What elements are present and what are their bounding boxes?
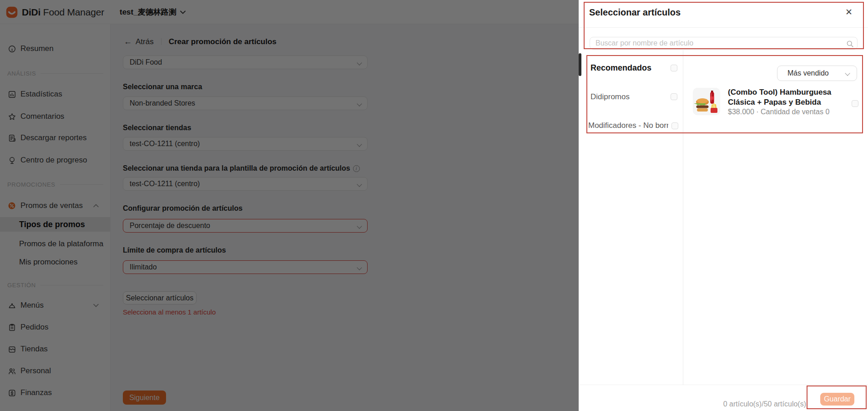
search-icon (846, 40, 854, 48)
item-meta: $38.000 · Cantidad de ventas 0 (728, 108, 829, 116)
category-items-divider (683, 50, 683, 385)
category-didipromos[interactable]: Didipromos (590, 92, 630, 101)
select-items-drawer: Seleccionar artículos ✕ Recomendados Did… (579, 0, 868, 411)
search-input[interactable] (590, 37, 858, 50)
item-title: (Combo Tool) Hamburguesa Clásica + Papas… (728, 87, 852, 107)
close-icon[interactable]: ✕ (845, 8, 853, 16)
drawer-scrollbar[interactable] (579, 53, 581, 76)
item-thumbnail (693, 88, 720, 115)
category-modificadores[interactable]: Modificadores - No borrar (588, 121, 668, 130)
drawer-title: Seleccionar artículos (589, 7, 681, 18)
save-button[interactable]: Guardar (820, 393, 854, 406)
category-modificadores-checkbox[interactable] (671, 122, 678, 129)
chevron-down-icon (845, 71, 850, 76)
category-recomendados[interactable]: Recomendados (590, 63, 651, 73)
category-didipromos-checkbox[interactable] (671, 93, 677, 100)
category-recomendados-checkbox[interactable] (671, 65, 677, 71)
sort-select[interactable]: Más vendido (777, 66, 857, 81)
selection-count: 0 artículo(s)/50 artículo(s) (723, 400, 806, 408)
item-checkbox[interactable] (852, 100, 858, 107)
drawer-footer-divider (579, 385, 868, 385)
drawer-header-divider (579, 27, 868, 28)
